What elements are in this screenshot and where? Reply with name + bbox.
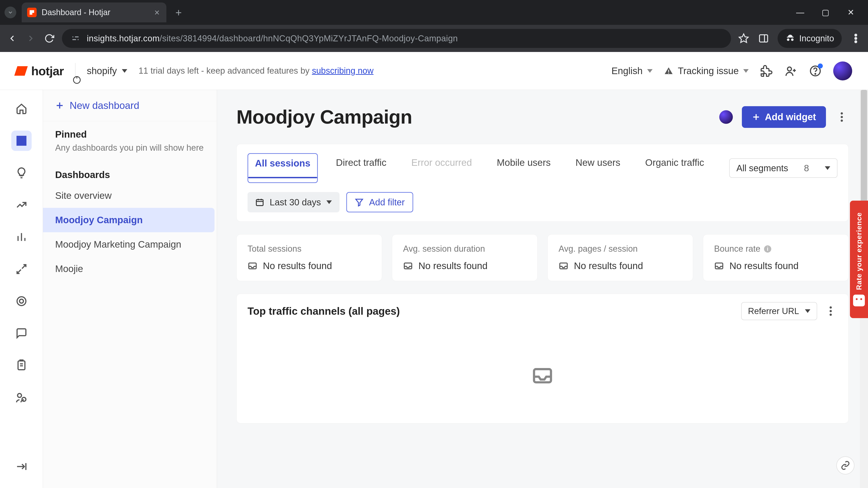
window-maximize-icon[interactable]: ▢: [819, 6, 831, 18]
invite-user-icon[interactable]: [784, 64, 798, 77]
widget-grouping-dropdown[interactable]: Referrer URL: [741, 302, 817, 320]
svg-rect-11: [668, 72, 669, 73]
help-icon[interactable]: [809, 64, 822, 77]
inbox-icon: [248, 261, 257, 271]
app-body: New dashboard Pinned Any dashboards you …: [0, 90, 868, 488]
nav-engage[interactable]: [11, 387, 32, 408]
integrations-icon[interactable]: [760, 64, 773, 77]
segment-tab-direct-traffic[interactable]: Direct traffic: [329, 153, 393, 183]
segment-tab-organic-traffic[interactable]: Organic traffic: [638, 153, 711, 183]
tab-close-icon[interactable]: ×: [154, 8, 160, 17]
owner-avatar[interactable]: [719, 110, 733, 124]
tab-search-button[interactable]: [4, 6, 16, 18]
stat-label: Total sessions: [248, 244, 302, 254]
dashboard-item-moodjoy-campaign[interactable]: Moodjoy Campaign: [43, 208, 215, 232]
svg-marker-46: [356, 199, 363, 206]
plus-icon: [752, 113, 761, 121]
subscribe-link[interactable]: subscribing now: [312, 66, 373, 75]
side-panel-icon[interactable]: [758, 33, 770, 44]
calendar-icon: [255, 198, 264, 207]
pinned-heading: Pinned: [43, 121, 217, 143]
share-link-button[interactable]: [836, 456, 855, 475]
window-minimize-icon[interactable]: —: [794, 6, 806, 18]
hotjar-logo-mark: [16, 65, 28, 77]
dashboard-item-site-overview[interactable]: Site overview: [43, 184, 217, 208]
window-close-icon[interactable]: ✕: [845, 6, 857, 18]
language-selector[interactable]: English: [612, 66, 653, 76]
forward-button[interactable]: [25, 33, 37, 44]
tracking-label: Tracking issue: [678, 66, 739, 76]
nav-surveys[interactable]: [11, 355, 32, 376]
reload-button[interactable]: [43, 33, 55, 44]
primary-nav-rail: [0, 90, 43, 488]
page-title: Moodjoy Campaign: [237, 106, 710, 128]
segment-tab-new-users[interactable]: New users: [569, 153, 627, 183]
address-bar[interactable]: insights.hotjar.com/sites/3814994/dashbo…: [62, 29, 731, 48]
bookmark-star-icon[interactable]: [738, 33, 749, 44]
nav-funnels[interactable]: [11, 227, 32, 247]
segment-tab-all-sessions[interactable]: All sessions: [248, 153, 318, 183]
user-avatar[interactable]: [833, 61, 852, 80]
filter-icon: [355, 198, 364, 207]
stat-card-bounce-rate[interactable]: Bounce ratei No results found: [703, 234, 848, 281]
nav-recordings[interactable]: [11, 259, 32, 279]
date-range-selector[interactable]: Last 30 days: [248, 192, 340, 213]
widget-menu-button[interactable]: [824, 304, 837, 318]
svg-point-12: [787, 67, 792, 71]
all-segments-dropdown[interactable]: All segments 8: [729, 158, 837, 178]
stat-card-avg-session-duration[interactable]: Avg. session duration No results found: [392, 234, 537, 281]
dashboards-sidebar: New dashboard Pinned Any dashboards you …: [43, 90, 217, 488]
widget-dropdown-label: Referrer URL: [748, 306, 799, 316]
segment-tab-mobile-users[interactable]: Mobile users: [490, 153, 557, 183]
svg-point-25: [20, 299, 23, 303]
nav-trends[interactable]: [11, 195, 32, 215]
nav-home[interactable]: [11, 98, 32, 119]
new-dashboard-button[interactable]: New dashboard: [43, 90, 217, 121]
segment-tab-error-occurred[interactable]: Error occurred: [404, 153, 478, 183]
back-button[interactable]: [6, 33, 18, 44]
date-range-label: Last 30 days: [270, 197, 321, 207]
smiley-icon: [853, 295, 865, 306]
site-settings-icon[interactable]: [71, 34, 80, 43]
pinned-hint: Any dashboards you pin will show here: [43, 143, 217, 162]
nav-expand-toggle[interactable]: [11, 456, 32, 477]
hotjar-logo[interactable]: hotjar: [16, 64, 64, 78]
nav-heatmaps[interactable]: [11, 291, 32, 311]
add-widget-label: Add widget: [765, 111, 816, 123]
tab-title: Dashboard - Hotjar: [41, 8, 149, 17]
svg-point-53: [830, 314, 832, 316]
incognito-indicator[interactable]: Incognito: [778, 29, 842, 48]
dashboard-item-moodjoy-marketing[interactable]: Moodjoy Marketing Campaign: [43, 232, 217, 257]
stat-card-avg-pages-session[interactable]: Avg. pages / session No results found: [548, 234, 693, 281]
site-selector[interactable]: shopify: [87, 66, 127, 76]
stat-cards-row: Total sessions No results found Avg. ses…: [237, 234, 848, 281]
stat-value: No results found: [418, 260, 488, 271]
add-filter-button[interactable]: Add filter: [346, 192, 413, 213]
svg-point-52: [830, 310, 832, 312]
tracking-issue-indicator[interactable]: Tracking issue: [664, 66, 749, 76]
nav-highlights[interactable]: [11, 163, 32, 183]
svg-point-29: [18, 394, 21, 397]
page-menu-button[interactable]: [835, 110, 848, 124]
nav-dashboards[interactable]: [11, 131, 32, 151]
feedback-side-tab[interactable]: Rate your experience: [850, 201, 868, 318]
segments-count: 8: [804, 163, 809, 173]
info-icon[interactable]: i: [764, 246, 771, 253]
plus-icon: [55, 101, 64, 110]
inbox-empty-icon: [531, 364, 554, 387]
caret-down-icon: [825, 166, 830, 170]
svg-point-41: [841, 120, 843, 122]
new-tab-button[interactable]: +: [173, 6, 184, 18]
browser-tab-active[interactable]: Dashboard - Hotjar ×: [22, 2, 166, 22]
top-traffic-channels-widget: Top traffic channels (all pages) Referre…: [237, 294, 848, 423]
stat-label: Avg. pages / session: [559, 244, 638, 254]
browser-menu-icon[interactable]: [850, 33, 862, 44]
svg-rect-20: [22, 141, 26, 145]
svg-point-9: [855, 41, 857, 43]
svg-point-7: [855, 34, 857, 36]
add-widget-button[interactable]: Add widget: [742, 106, 826, 128]
dashboard-item-moojie[interactable]: Moojie: [43, 257, 217, 281]
inbox-icon: [559, 261, 568, 271]
nav-feedback[interactable]: [11, 323, 32, 344]
stat-card-total-sessions[interactable]: Total sessions No results found: [237, 234, 382, 281]
